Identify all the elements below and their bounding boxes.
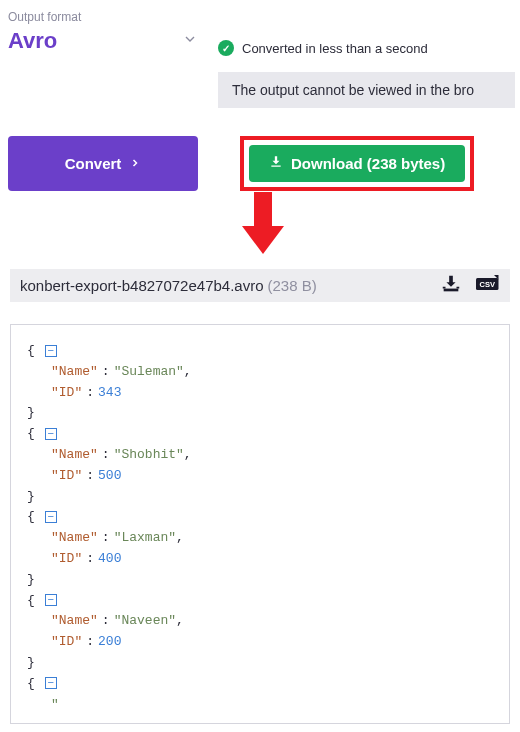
collapse-icon[interactable]: − [45, 428, 57, 440]
collapse-icon[interactable]: − [45, 345, 57, 357]
svg-text:CSV: CSV [480, 280, 495, 289]
svg-rect-0 [254, 192, 272, 226]
check-circle-icon: ✓ [218, 40, 234, 56]
chevron-down-icon [182, 31, 198, 51]
file-name: konbert-export-b4827072e47b4.avro [20, 277, 264, 294]
chevron-right-icon [129, 155, 141, 172]
convert-button[interactable]: Convert [8, 136, 198, 191]
collapse-icon[interactable]: − [45, 511, 57, 523]
download-button[interactable]: Download (238 bytes) [249, 145, 465, 182]
download-file-icon[interactable] [440, 273, 462, 298]
output-format-selector[interactable]: Output format Avro [8, 10, 198, 108]
output-notice: The output cannot be viewed in the bro [218, 72, 515, 108]
json-output-panel[interactable]: { −"Name":"Suleman","ID":343}{ −"Name":"… [10, 324, 510, 724]
download-highlight-annotation: Download (238 bytes) [240, 136, 474, 191]
csv-export-icon[interactable]: CSV [476, 273, 500, 298]
collapse-icon[interactable]: − [45, 594, 57, 606]
output-format-label: Output format [8, 10, 198, 24]
svg-marker-1 [242, 226, 284, 254]
collapse-icon[interactable]: − [45, 677, 57, 689]
output-format-value: Avro [8, 28, 57, 54]
convert-button-label: Convert [65, 155, 122, 172]
conversion-status-text: Converted in less than a second [242, 41, 428, 56]
download-button-label: Download (238 bytes) [291, 155, 445, 172]
conversion-status: ✓ Converted in less than a second [218, 40, 515, 56]
red-arrow-annotation [240, 192, 286, 260]
file-info-bar: konbert-export-b4827072e47b4.avro (238 B… [10, 269, 510, 302]
download-icon [269, 155, 283, 172]
file-size: (238 B) [268, 277, 317, 294]
